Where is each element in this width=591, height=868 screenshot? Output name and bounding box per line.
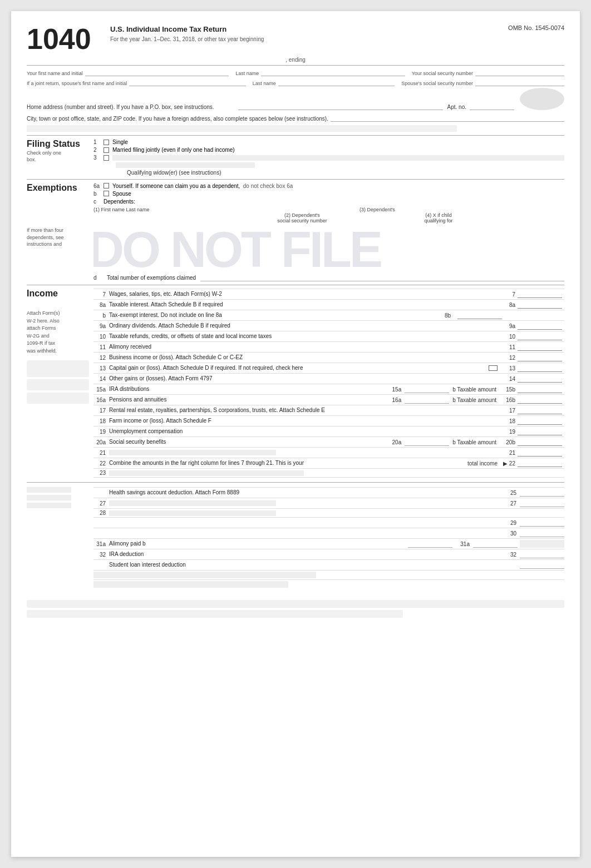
checkbox-13[interactable] [489, 365, 498, 371]
taxable-label-20: b Taxable amount [449, 439, 500, 445]
income-row-18: 18 Farm income or (loss). Attach Schedul… [93, 415, 564, 426]
row-16a-input[interactable] [405, 396, 449, 404]
income-row-14: 14 Other gains or (losses). Attach Form … [93, 373, 564, 384]
adj-31a-input[interactable] [408, 540, 452, 548]
adj-left-blurred-3 [27, 503, 71, 508]
form-number: 1040 [27, 24, 105, 53]
form-title: U.S. Individual Income Tax Return [110, 24, 447, 34]
joint-first-name-input[interactable] [129, 77, 245, 86]
row-17-input[interactable] [518, 406, 562, 414]
adj-student-loan-input[interactable] [520, 561, 564, 569]
adj-blurred-2 [93, 579, 564, 589]
adj-31a-desc: Alimony paid b [109, 540, 403, 548]
header-center: U.S. Individual Income Tax Return For th… [105, 24, 453, 43]
row-10-input[interactable] [518, 333, 562, 340]
adj-row-32: 32 IRA deduction 32 [93, 549, 564, 559]
row-18-input[interactable] [518, 417, 562, 425]
ending-label: , ending [285, 57, 306, 63]
adj-row-30: 30 [93, 528, 564, 538]
row-11-input[interactable] [518, 343, 562, 351]
apt-input[interactable] [470, 100, 514, 110]
row-14-input[interactable] [518, 375, 562, 383]
city-label: City, town or post office, state, and ZI… [27, 116, 328, 122]
spouse-ssn-input[interactable] [475, 77, 564, 86]
row-19-desc: Unemployment compensation [109, 428, 500, 435]
exemption-6c: c Dependents: [93, 199, 564, 205]
spouse-ssn-label: Spouse's social security number [401, 81, 473, 86]
adjustments-left [27, 487, 93, 589]
adj-25-input[interactable] [520, 489, 564, 497]
home-address-input[interactable] [238, 101, 443, 110]
row-15a-desc: IRA distributions [109, 385, 389, 393]
income-left: Income Attach Form(s)W-2 here. Alsoattac… [27, 289, 93, 478]
adj-blurred-1 [93, 570, 564, 579]
row-20b-input[interactable] [518, 438, 562, 446]
checkbox-1[interactable] [104, 140, 109, 145]
filing-option-2: 2 Married filing jointly (even if only o… [93, 147, 564, 153]
adj-32-desc: IRA deduction [109, 550, 507, 558]
watermark-container: DO NOT FILE [93, 227, 564, 271]
checkbox-6a[interactable] [104, 183, 109, 189]
exemption-6c-label: Dependents: [104, 199, 135, 205]
income-section-wrapper: Income Attach Form(s)W-2 here. Alsoattac… [27, 289, 564, 478]
exemptions-wrapper: Exemptions 6a Yourself. If someone can c… [27, 183, 564, 225]
row-18-desc: Farm income or (loss). Attach Schedule F [109, 417, 500, 425]
more-dependents-row: If more than fourdependents, seeinstruct… [27, 227, 564, 271]
row-20a-input[interactable] [405, 438, 449, 446]
adj-student-loan-desc: Student loan interest deduction [109, 561, 520, 569]
total-exemptions-label: Total number of exemptions claimed [107, 275, 196, 281]
row-15b-input[interactable] [518, 385, 562, 393]
dep-header-col3: (3) Dependent's [344, 207, 411, 224]
d-label: d [93, 275, 104, 281]
row-9a-input[interactable] [518, 322, 562, 330]
row-7-desc: Wages, salaries, tips, etc. Attach Form(… [109, 290, 500, 298]
row-21-input[interactable] [518, 449, 562, 457]
row-12-input[interactable] [518, 354, 562, 361]
name-row-2: If a joint return, spouse's first name a… [27, 77, 564, 86]
row-16b-input[interactable] [518, 396, 562, 404]
row-7-input[interactable] [518, 290, 562, 298]
city-input[interactable] [331, 112, 564, 122]
exemption-6b: b Spouse [93, 191, 564, 197]
adj-31a-right-input[interactable] [473, 540, 518, 548]
total-exemptions-input[interactable] [200, 274, 564, 281]
checkbox-2[interactable] [104, 147, 109, 153]
checkbox-3[interactable] [104, 155, 109, 161]
taxable-label-16: b Taxable amount [449, 397, 500, 403]
last-name-input-1[interactable] [261, 67, 405, 76]
checkbox-6b[interactable] [104, 191, 109, 196]
row-22-input[interactable] [518, 459, 562, 467]
adj-27-input[interactable] [520, 499, 564, 507]
adj-29-input[interactable] [520, 519, 564, 527]
income-row-7: 7 Wages, salaries, tips, etc. Attach For… [93, 289, 564, 299]
adj-30-input[interactable] [520, 529, 564, 537]
row-15a-input[interactable] [405, 385, 449, 393]
income-row-12: 12 Business income or (loss). Attach Sch… [93, 352, 564, 363]
filing-option-3: 3 [93, 155, 564, 161]
adj-row-28: 28 [93, 508, 564, 517]
dependents-header: (1) First name Last name (2) Dependent's… [93, 207, 564, 224]
last-name-input-2[interactable] [278, 77, 395, 86]
taxable-label-15: b Taxable amount [449, 386, 500, 393]
income-row-10: 10 Taxable refunds, credits, or offsets … [93, 331, 564, 341]
row-8b-input[interactable] [457, 311, 502, 319]
first-name-input[interactable] [85, 67, 229, 76]
ssn-input-1[interactable] [475, 67, 564, 76]
row-21-blurred [109, 450, 276, 455]
attach-note: Attach Form(s)W-2 here. Alsoattach Forms… [27, 310, 89, 355]
exemption-6a-label: Yourself. If someone can claim you as a … [112, 183, 240, 189]
filing-exemptions-wrapper: Filing Status Check only onebox. 1 Singl… [27, 139, 564, 176]
adj-32-input[interactable] [520, 550, 564, 558]
filing-status-options: 1 Single 2 Married filing jointly (even … [93, 139, 564, 176]
row-14-desc: Other gains or (losses). Attach Form 479… [109, 375, 500, 383]
row-19-input[interactable] [518, 428, 562, 435]
row-13-input[interactable] [518, 364, 562, 372]
adj-row-29: 29 [93, 517, 564, 528]
income-title: Income [27, 289, 89, 299]
row-23-blurred [109, 470, 304, 476]
row-8a-input[interactable] [518, 301, 562, 309]
row-10-desc: Taxable refunds, credits, or offsets of … [109, 333, 500, 340]
dep-header-col2: (2) Dependent's social security number [260, 207, 344, 224]
adj-row-31a: 31a Alimony paid b 31a [93, 538, 564, 549]
filing-label-2: Married filing jointly (even if only one… [112, 147, 235, 153]
